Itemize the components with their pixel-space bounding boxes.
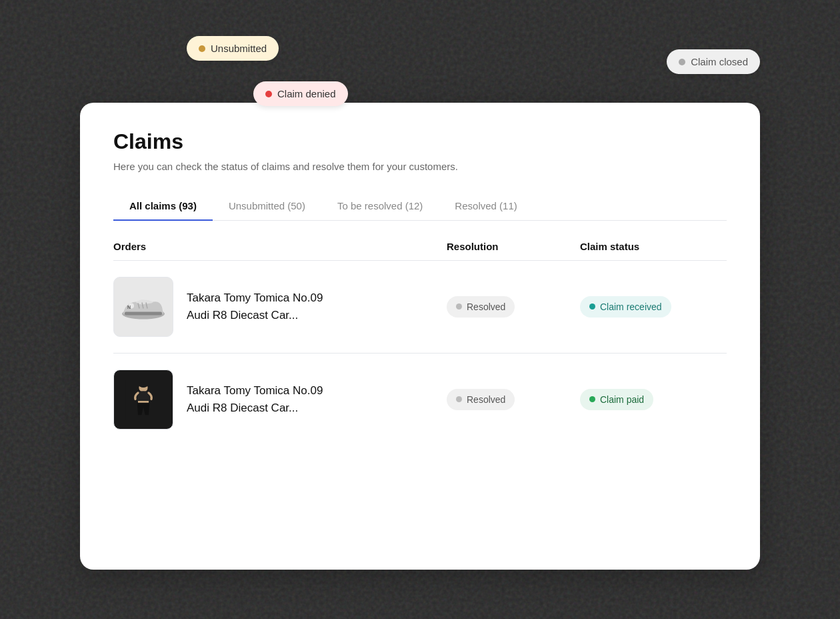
tab-unsubmitted[interactable]: Unsubmitted (50)	[213, 192, 321, 221]
tab-all-claims[interactable]: All claims (93)	[113, 192, 213, 221]
page-title: Claims	[113, 129, 727, 154]
product-name-1: Takara Tomy Tomica No.09 Audi R8 Diecast…	[187, 289, 323, 324]
unsubmitted-dot	[199, 45, 205, 52]
col-claim-status: Claim status	[580, 241, 727, 252]
col-resolution: Resolution	[447, 241, 580, 252]
claim-status-dot-2	[589, 396, 595, 402]
svg-text:N: N	[127, 304, 131, 309]
claim-status-cell-2: Claim paid	[580, 389, 727, 410]
claim-closed-badge: Claim closed	[667, 49, 760, 74]
resolution-dot-1	[456, 303, 462, 310]
claim-status-badge-1: Claim received	[580, 296, 671, 318]
table-header: Orders Resolution Claim status	[113, 241, 727, 260]
claim-status-dot-1	[589, 303, 595, 310]
claim-denied-dot	[265, 91, 272, 97]
resolution-cell-1: Resolved	[447, 296, 580, 318]
order-cell-1: N Takara Tomy Tomica No.09 Audi R8 Dieca…	[113, 277, 447, 337]
claim-closed-label: Claim closed	[691, 56, 748, 67]
table-row: Takara Tomy Tomica No.09 Audi R8 Diecast…	[113, 353, 727, 446]
tabs-bar: All claims (93) Unsubmitted (50) To be r…	[113, 192, 727, 221]
product-name-2: Takara Tomy Tomica No.09 Audi R8 Diecast…	[187, 382, 323, 416]
product-image-2	[113, 370, 173, 430]
order-cell-2: Takara Tomy Tomica No.09 Audi R8 Diecast…	[113, 370, 447, 430]
claim-status-badge-2: Claim paid	[580, 389, 653, 410]
main-card: Claims Here you can check the status of …	[80, 103, 760, 570]
claim-closed-dot	[679, 59, 685, 65]
svg-rect-7	[140, 383, 147, 386]
claim-denied-label: Claim denied	[277, 88, 336, 99]
resolution-dot-2	[456, 396, 462, 402]
resolution-badge-2: Resolved	[447, 389, 515, 410]
tab-resolved[interactable]: Resolved (11)	[439, 192, 533, 221]
claim-denied-badge: Claim denied	[253, 81, 348, 106]
tab-to-be-resolved[interactable]: To be resolved (12)	[321, 192, 439, 221]
col-orders: Orders	[113, 241, 447, 252]
unsubmitted-label: Unsubmitted	[211, 43, 267, 54]
svg-rect-1	[125, 312, 162, 315]
page-subtitle: Here you can check the status of claims …	[113, 161, 727, 172]
resolution-badge-1: Resolved	[447, 296, 515, 318]
table-row: N Takara Tomy Tomica No.09 Audi R8 Dieca…	[113, 260, 727, 353]
unsubmitted-badge: Unsubmitted	[187, 36, 279, 61]
resolution-cell-2: Resolved	[447, 389, 580, 410]
claim-status-cell-1: Claim received	[580, 296, 727, 318]
product-image-1: N	[113, 277, 173, 337]
